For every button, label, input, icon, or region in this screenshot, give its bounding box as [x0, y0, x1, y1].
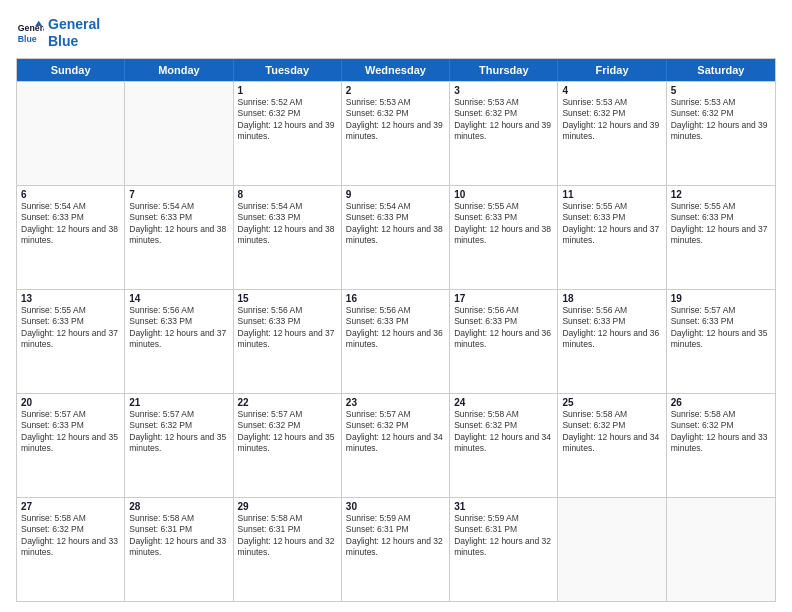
- calendar-cell: 26Sunrise: 5:58 AM Sunset: 6:32 PM Dayli…: [667, 394, 775, 497]
- cell-info: Sunrise: 5:53 AM Sunset: 6:32 PM Dayligh…: [454, 97, 553, 143]
- svg-text:Blue: Blue: [18, 34, 37, 44]
- cell-day-number: 13: [21, 293, 120, 304]
- cell-info: Sunrise: 5:55 AM Sunset: 6:33 PM Dayligh…: [454, 201, 553, 247]
- cell-day-number: 30: [346, 501, 445, 512]
- cell-day-number: 29: [238, 501, 337, 512]
- cell-info: Sunrise: 5:56 AM Sunset: 6:33 PM Dayligh…: [454, 305, 553, 351]
- cell-day-number: 17: [454, 293, 553, 304]
- cell-info: Sunrise: 5:52 AM Sunset: 6:32 PM Dayligh…: [238, 97, 337, 143]
- calendar-header: SundayMondayTuesdayWednesdayThursdayFrid…: [17, 59, 775, 81]
- calendar-cell: [125, 82, 233, 185]
- cell-day-number: 21: [129, 397, 228, 408]
- calendar-cell: 22Sunrise: 5:57 AM Sunset: 6:32 PM Dayli…: [234, 394, 342, 497]
- calendar-row-1: 1Sunrise: 5:52 AM Sunset: 6:32 PM Daylig…: [17, 81, 775, 185]
- cell-info: Sunrise: 5:59 AM Sunset: 6:31 PM Dayligh…: [454, 513, 553, 559]
- cell-day-number: 12: [671, 189, 771, 200]
- calendar-cell: 3Sunrise: 5:53 AM Sunset: 6:32 PM Daylig…: [450, 82, 558, 185]
- logo: General Blue GeneralBlue: [16, 16, 100, 50]
- calendar-cell: 14Sunrise: 5:56 AM Sunset: 6:33 PM Dayli…: [125, 290, 233, 393]
- calendar-cell: 2Sunrise: 5:53 AM Sunset: 6:32 PM Daylig…: [342, 82, 450, 185]
- calendar-cell: 7Sunrise: 5:54 AM Sunset: 6:33 PM Daylig…: [125, 186, 233, 289]
- header-day-saturday: Saturday: [667, 59, 775, 81]
- cell-day-number: 11: [562, 189, 661, 200]
- cell-info: Sunrise: 5:56 AM Sunset: 6:33 PM Dayligh…: [346, 305, 445, 351]
- calendar-body: 1Sunrise: 5:52 AM Sunset: 6:32 PM Daylig…: [17, 81, 775, 601]
- cell-day-number: 7: [129, 189, 228, 200]
- cell-day-number: 10: [454, 189, 553, 200]
- calendar-cell: 28Sunrise: 5:58 AM Sunset: 6:31 PM Dayli…: [125, 498, 233, 601]
- calendar-cell: 29Sunrise: 5:58 AM Sunset: 6:31 PM Dayli…: [234, 498, 342, 601]
- cell-info: Sunrise: 5:56 AM Sunset: 6:33 PM Dayligh…: [562, 305, 661, 351]
- calendar: SundayMondayTuesdayWednesdayThursdayFrid…: [16, 58, 776, 602]
- cell-day-number: 18: [562, 293, 661, 304]
- cell-day-number: 16: [346, 293, 445, 304]
- cell-day-number: 22: [238, 397, 337, 408]
- cell-day-number: 15: [238, 293, 337, 304]
- cell-info: Sunrise: 5:58 AM Sunset: 6:31 PM Dayligh…: [129, 513, 228, 559]
- calendar-cell: 27Sunrise: 5:58 AM Sunset: 6:32 PM Dayli…: [17, 498, 125, 601]
- cell-info: Sunrise: 5:58 AM Sunset: 6:31 PM Dayligh…: [238, 513, 337, 559]
- cell-day-number: 3: [454, 85, 553, 96]
- cell-info: Sunrise: 5:57 AM Sunset: 6:32 PM Dayligh…: [129, 409, 228, 455]
- calendar-cell: 18Sunrise: 5:56 AM Sunset: 6:33 PM Dayli…: [558, 290, 666, 393]
- cell-day-number: 24: [454, 397, 553, 408]
- calendar-cell: 20Sunrise: 5:57 AM Sunset: 6:33 PM Dayli…: [17, 394, 125, 497]
- cell-day-number: 25: [562, 397, 661, 408]
- cell-info: Sunrise: 5:55 AM Sunset: 6:33 PM Dayligh…: [671, 201, 771, 247]
- cell-day-number: 9: [346, 189, 445, 200]
- calendar-cell: 19Sunrise: 5:57 AM Sunset: 6:33 PM Dayli…: [667, 290, 775, 393]
- logo-text: GeneralBlue: [48, 16, 100, 50]
- calendar-cell: 31Sunrise: 5:59 AM Sunset: 6:31 PM Dayli…: [450, 498, 558, 601]
- cell-info: Sunrise: 5:54 AM Sunset: 6:33 PM Dayligh…: [346, 201, 445, 247]
- cell-info: Sunrise: 5:58 AM Sunset: 6:32 PM Dayligh…: [562, 409, 661, 455]
- calendar-row-3: 13Sunrise: 5:55 AM Sunset: 6:33 PM Dayli…: [17, 289, 775, 393]
- cell-day-number: 14: [129, 293, 228, 304]
- cell-day-number: 27: [21, 501, 120, 512]
- cell-info: Sunrise: 5:54 AM Sunset: 6:33 PM Dayligh…: [21, 201, 120, 247]
- calendar-row-2: 6Sunrise: 5:54 AM Sunset: 6:33 PM Daylig…: [17, 185, 775, 289]
- cell-info: Sunrise: 5:56 AM Sunset: 6:33 PM Dayligh…: [129, 305, 228, 351]
- cell-info: Sunrise: 5:55 AM Sunset: 6:33 PM Dayligh…: [562, 201, 661, 247]
- cell-info: Sunrise: 5:57 AM Sunset: 6:32 PM Dayligh…: [238, 409, 337, 455]
- calendar-cell: 30Sunrise: 5:59 AM Sunset: 6:31 PM Dayli…: [342, 498, 450, 601]
- cell-day-number: 23: [346, 397, 445, 408]
- header-day-thursday: Thursday: [450, 59, 558, 81]
- calendar-cell: 25Sunrise: 5:58 AM Sunset: 6:32 PM Dayli…: [558, 394, 666, 497]
- cell-info: Sunrise: 5:57 AM Sunset: 6:33 PM Dayligh…: [21, 409, 120, 455]
- header-day-tuesday: Tuesday: [234, 59, 342, 81]
- header: General Blue GeneralBlue: [16, 16, 776, 50]
- calendar-cell: 4Sunrise: 5:53 AM Sunset: 6:32 PM Daylig…: [558, 82, 666, 185]
- calendar-cell: 23Sunrise: 5:57 AM Sunset: 6:32 PM Dayli…: [342, 394, 450, 497]
- calendar-cell: 6Sunrise: 5:54 AM Sunset: 6:33 PM Daylig…: [17, 186, 125, 289]
- cell-info: Sunrise: 5:53 AM Sunset: 6:32 PM Dayligh…: [671, 97, 771, 143]
- calendar-cell: 8Sunrise: 5:54 AM Sunset: 6:33 PM Daylig…: [234, 186, 342, 289]
- cell-day-number: 6: [21, 189, 120, 200]
- header-day-friday: Friday: [558, 59, 666, 81]
- calendar-cell: 17Sunrise: 5:56 AM Sunset: 6:33 PM Dayli…: [450, 290, 558, 393]
- calendar-cell: [558, 498, 666, 601]
- calendar-cell: 13Sunrise: 5:55 AM Sunset: 6:33 PM Dayli…: [17, 290, 125, 393]
- cell-info: Sunrise: 5:53 AM Sunset: 6:32 PM Dayligh…: [346, 97, 445, 143]
- header-day-wednesday: Wednesday: [342, 59, 450, 81]
- calendar-cell: 16Sunrise: 5:56 AM Sunset: 6:33 PM Dayli…: [342, 290, 450, 393]
- calendar-cell: 1Sunrise: 5:52 AM Sunset: 6:32 PM Daylig…: [234, 82, 342, 185]
- cell-info: Sunrise: 5:54 AM Sunset: 6:33 PM Dayligh…: [238, 201, 337, 247]
- calendar-cell: 10Sunrise: 5:55 AM Sunset: 6:33 PM Dayli…: [450, 186, 558, 289]
- calendar-cell: [667, 498, 775, 601]
- cell-day-number: 8: [238, 189, 337, 200]
- cell-day-number: 1: [238, 85, 337, 96]
- page: General Blue GeneralBlue SundayMondayTue…: [0, 0, 792, 612]
- cell-info: Sunrise: 5:53 AM Sunset: 6:32 PM Dayligh…: [562, 97, 661, 143]
- cell-info: Sunrise: 5:55 AM Sunset: 6:33 PM Dayligh…: [21, 305, 120, 351]
- calendar-cell: [17, 82, 125, 185]
- cell-day-number: 19: [671, 293, 771, 304]
- cell-day-number: 28: [129, 501, 228, 512]
- cell-day-number: 4: [562, 85, 661, 96]
- header-day-monday: Monday: [125, 59, 233, 81]
- calendar-cell: 24Sunrise: 5:58 AM Sunset: 6:32 PM Dayli…: [450, 394, 558, 497]
- cell-day-number: 2: [346, 85, 445, 96]
- cell-day-number: 26: [671, 397, 771, 408]
- calendar-cell: 15Sunrise: 5:56 AM Sunset: 6:33 PM Dayli…: [234, 290, 342, 393]
- calendar-cell: 12Sunrise: 5:55 AM Sunset: 6:33 PM Dayli…: [667, 186, 775, 289]
- calendar-cell: 5Sunrise: 5:53 AM Sunset: 6:32 PM Daylig…: [667, 82, 775, 185]
